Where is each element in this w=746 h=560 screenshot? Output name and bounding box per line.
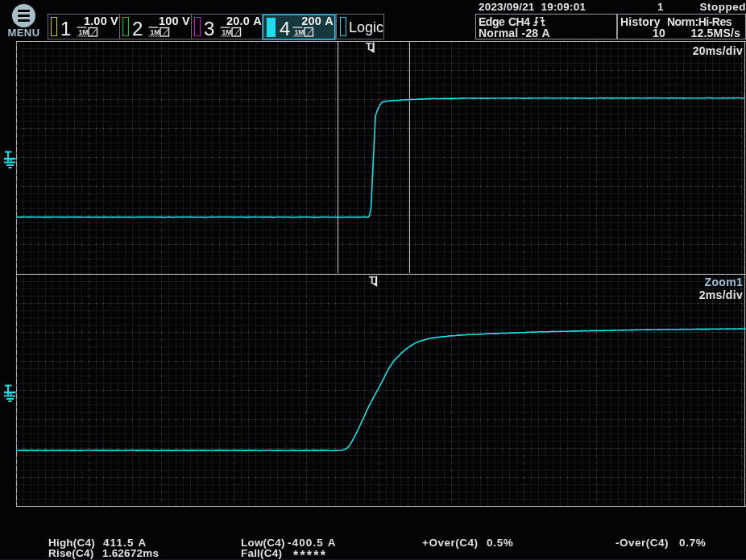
svg-text:1M: 1M: [222, 28, 232, 36]
svg-text:1M: 1M: [151, 28, 160, 36]
svg-text:1M: 1M: [79, 28, 89, 36]
svg-text:1M: 1M: [295, 28, 305, 36]
